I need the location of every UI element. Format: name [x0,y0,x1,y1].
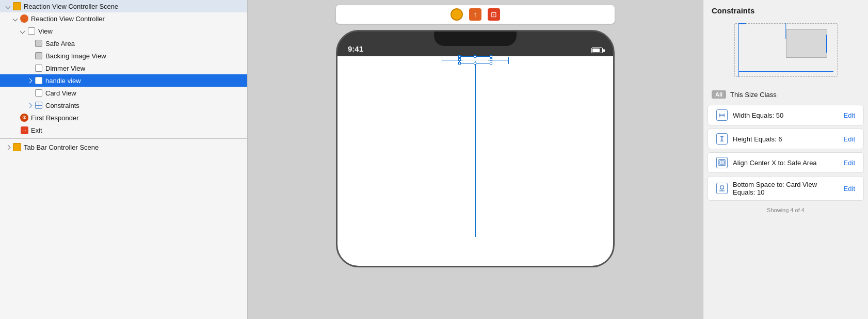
svg-rect-11 [722,189,722,190]
constraints-icon [34,101,43,110]
scene-title-label: Reaction View Controller Scene [24,3,118,10]
bottom-space-icon [716,183,728,194]
first-responder-label: First Responder [31,114,78,122]
backing-label: Backing Image View [45,52,106,60]
center-x-svg [718,159,726,166]
toolbar-yellow-icon [451,8,463,21]
handle-pill-container [462,58,488,61]
toolbar-orange-icon [469,8,481,21]
view-toggle[interactable] [19,27,26,35]
vc-toggle[interactable] [11,15,19,22]
constraint-row-center-x: Align Center X to: Safe Area Edit [708,152,864,173]
phone-notch [434,31,517,46]
view-icon [27,26,36,36]
sidebar-item-handle-view[interactable]: handle view [0,74,247,87]
width-edit-button[interactable]: Edit [844,111,855,119]
constraint-left-tick [442,57,442,64]
status-time: 9:41 [348,44,363,53]
center-x-icon [716,157,728,168]
tabbar-label: Tab Bar Controller Scene [24,143,99,151]
tabbar-icon [12,142,22,152]
constraint-vertical-line [475,61,476,237]
sidebar-item-safe-area[interactable]: Safe Area [0,37,247,50]
showing-label: Showing 4 of 4 [703,204,868,215]
sidebar-item-tabbar-scene[interactable]: Tab Bar Controller Scene [0,141,247,153]
center-x-label: Align Center X to: Safe Area [733,159,839,167]
sidebar-item-reaction-vc[interactable]: Reaction View Controller [0,12,247,25]
svg-rect-9 [720,186,724,189]
height-edit-button[interactable]: Edit [844,135,855,143]
height-icon-svg [718,135,726,142]
svg-rect-4 [720,136,724,137]
sidebar-item-view[interactable]: View [0,25,247,37]
corner-br [490,62,492,65]
diagram-line-right [826,35,827,53]
panel-separator [0,138,247,139]
sidebar-item-card-view[interactable]: Card View [0,87,247,99]
exit-label: Exit [31,126,42,134]
diagram-line-top [785,23,786,39]
tabbar-toggle[interactable] [4,143,11,151]
handle-view-canvas [462,58,488,61]
card-view-icon [34,88,43,98]
constraint-row-height: Height Equals: 6 Edit [708,129,864,149]
all-badge[interactable]: All [712,90,726,99]
svg-rect-2 [724,114,725,117]
bottom-space-label: Bottom Space to: Card ViewEquals: 10 [733,181,839,196]
dimmer-icon [34,63,43,73]
corner-bl [458,62,461,65]
bottom-space-edit-button[interactable]: Edit [844,185,855,193]
width-equals-label: Width Equals: 50 [733,111,839,119]
sidebar-item-exit[interactable]: Exit [0,124,247,136]
constraint-diagram [734,19,838,81]
constraint-row-bottom-space: Bottom Space to: Card ViewEquals: 10 Edi… [708,176,864,201]
exit-icon [20,125,29,135]
constraint-right-tick [508,57,509,64]
sidebar-item-first-responder[interactable]: ① First Responder [0,111,247,124]
safe-area-label: Safe Area [45,40,75,47]
diagram-line-left [738,23,740,77]
middle-panel: 9:41 [248,0,703,319]
handle-view-icon [34,76,43,85]
width-icon-svg [718,111,726,119]
battery-icon [591,47,603,53]
phone-mockup: 9:41 [336,30,615,267]
dimmer-label: Dimmer View [45,65,85,72]
constraints-label: Constraints [45,102,79,109]
diagram-line-bottom [738,71,833,72]
scene-toggle[interactable] [4,3,11,10]
handle-toggle[interactable] [26,77,33,84]
constraints-toggle[interactable] [26,102,33,109]
center-x-edit-button[interactable]: Edit [844,159,855,167]
vc-icon [20,14,29,23]
svg-rect-5 [720,141,724,142]
sidebar-item-constraints[interactable]: Constraints [0,99,247,111]
status-right [591,47,603,53]
bottom-space-svg [718,185,726,192]
height-equals-icon [716,133,728,145]
svg-rect-8 [722,160,722,166]
size-class-bar: All This Size Class [703,87,868,102]
backing-icon [34,51,43,60]
scene-icon [12,2,22,11]
left-panel: Reaction View Controller Scene Reaction … [0,0,248,319]
constraints-panel-title: Constraints [703,0,868,19]
svg-rect-10 [719,190,725,192]
width-equals-icon [716,109,728,121]
phone-content [337,56,613,266]
storyboard-toolbar [336,5,615,24]
sidebar-item-dimmer[interactable]: Dimmer View [0,62,247,74]
vc-label: Reaction View Controller [31,15,105,23]
battery-fill [592,49,600,52]
svg-rect-1 [719,114,720,117]
sidebar-item-backing-image[interactable]: Backing Image View [0,50,247,62]
handle-view-label: handle view [45,77,81,85]
scene-title-row[interactable]: Reaction View Controller Scene [0,0,247,12]
size-class-text: This Size Class [730,91,777,99]
right-panel: Constraints All This Size Class Width Eq… [703,0,868,319]
constraint-row-width: Width Equals: 50 Edit [708,105,864,125]
safe-area-icon [34,39,43,48]
diagram-tick-top [738,23,746,24]
handle-pill [462,58,488,61]
view-label: View [38,27,53,35]
